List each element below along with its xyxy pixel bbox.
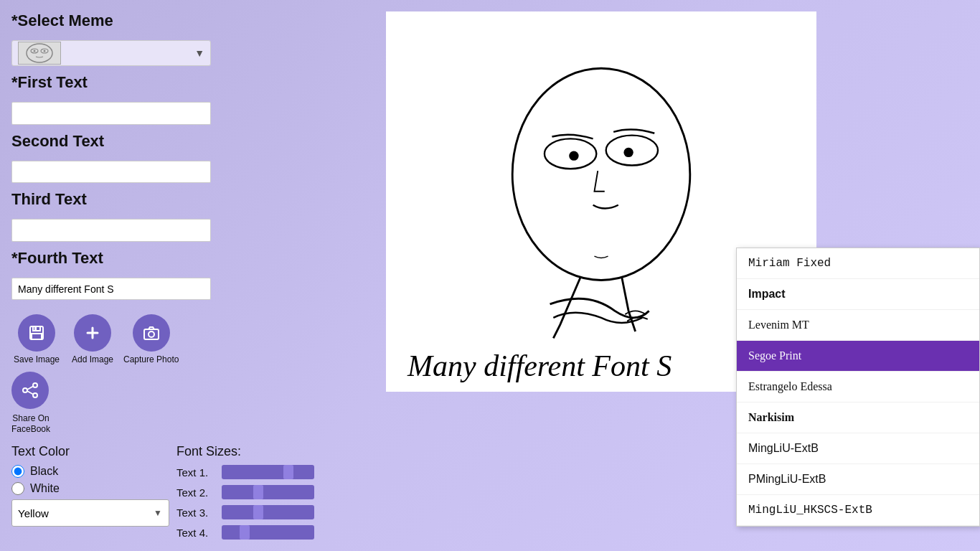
share-facebook-label: Share OnFaceBook — [11, 413, 50, 434]
black-radio[interactable] — [11, 465, 24, 478]
font-option-miriam-fixed[interactable]: Miriam Fixed — [737, 248, 979, 279]
color-dropdown[interactable]: Yellow Red Blue Green Orange Purple — [11, 499, 169, 527]
font-size-label-3: Text 3. — [176, 507, 216, 519]
first-text-input[interactable] — [11, 102, 211, 124]
svg-line-15 — [27, 391, 33, 395]
share-icon — [11, 372, 49, 409]
fourth-text-label: *Fourth Text — [11, 249, 211, 268]
white-radio-row: White — [11, 482, 169, 495]
add-image-button[interactable]: Add Image — [67, 314, 118, 364]
second-text-label: Second Text — [11, 132, 211, 151]
font-size-label-2: Text 2. — [176, 486, 216, 499]
font-option-narkisim[interactable]: Narkisim — [737, 402, 979, 433]
save-image-button[interactable]: Save Image — [11, 314, 62, 364]
white-radio[interactable] — [11, 482, 24, 495]
font-option-pmingliu-extb[interactable]: PMingLiU-ExtB — [737, 464, 979, 495]
select-meme-dropdown[interactable]: ▼ — [11, 40, 211, 66]
main-area: Many different Font S Miriam Fixed Impac… — [222, 0, 980, 551]
share-facebook-button[interactable]: Share OnFaceBook — [11, 367, 211, 438]
camera-icon — [133, 314, 170, 352]
text-color-title: Text Color — [11, 444, 169, 459]
bottom-controls: Save Image Add Image — [11, 307, 211, 551]
third-text-label: Third Text — [11, 190, 211, 209]
second-text-input[interactable] — [11, 161, 211, 183]
svg-point-4 — [44, 50, 46, 52]
color-font-panel: Text Color Black White Yellow Red Blue G… — [11, 438, 211, 551]
svg-point-13 — [33, 393, 37, 397]
svg-point-20 — [623, 148, 633, 157]
svg-point-19 — [569, 151, 578, 161]
meme-face-svg — [486, 58, 716, 345]
font-option-levenim-mt[interactable]: Levenim MT — [737, 310, 979, 341]
meme-preview-thumbnail — [18, 42, 61, 65]
font-size-label-4: Text 4. — [176, 527, 216, 539]
action-buttons: Save Image Add Image — [11, 307, 211, 367]
black-label: Black — [30, 465, 58, 478]
font-size-label-1: Text 1. — [176, 466, 216, 479]
svg-point-10 — [149, 331, 154, 337]
save-image-label: Save Image — [14, 354, 60, 364]
add-image-label: Add Image — [72, 354, 113, 364]
save-icon — [18, 314, 55, 352]
svg-point-11 — [33, 383, 37, 387]
first-text-label: *First Text — [11, 73, 211, 92]
left-panel: *Select Meme ▼ *First Text Second Text T… — [0, 0, 222, 551]
capture-photo-button[interactable]: Capture Photo — [123, 314, 179, 364]
font-dropdown[interactable]: Miriam Fixed Impact Levenim MT Segoe Pri… — [736, 248, 980, 527]
white-label: White — [30, 482, 60, 495]
svg-point-16 — [512, 68, 690, 280]
color-dropdown-container: Yellow Red Blue Green Orange Purple — [11, 499, 169, 527]
add-icon — [74, 314, 111, 352]
svg-point-3 — [34, 50, 36, 52]
font-option-mingliu-hkscs-extb[interactable]: MingLiU_HKSCS-ExtB — [737, 495, 979, 526]
svg-line-14 — [27, 387, 33, 390]
text-color-section: Text Color Black White Yellow Red Blue G… — [11, 444, 169, 545]
font-option-impact[interactable]: Impact — [737, 279, 979, 310]
svg-point-0 — [27, 44, 52, 62]
font-option-segoe-print[interactable]: Segoe Print — [737, 341, 979, 372]
black-radio-row: Black — [11, 465, 169, 478]
select-meme-label: *Select Meme — [11, 11, 211, 30]
capture-photo-label: Capture Photo — [123, 354, 179, 364]
font-option-mingliu-extb[interactable]: MingLiU-ExtB — [737, 433, 979, 464]
third-text-input[interactable] — [11, 219, 211, 241]
fourth-text-input[interactable] — [11, 278, 211, 300]
font-option-estrangelo-edessa[interactable]: Estrangelo Edessa — [737, 372, 979, 402]
svg-rect-6 — [34, 326, 37, 330]
select-meme-arrow-icon: ▼ — [194, 47, 204, 59]
svg-point-12 — [23, 388, 27, 392]
